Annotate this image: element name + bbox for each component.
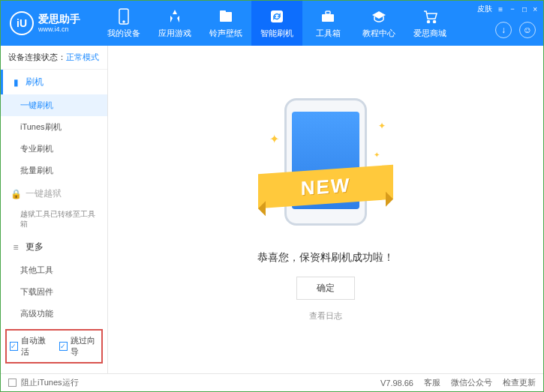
nav-flash[interactable]: 智能刷机 xyxy=(251,1,302,46)
sidebar-group-more[interactable]: ≡ 更多 xyxy=(1,235,107,259)
ok-button[interactable]: 确定 xyxy=(296,277,355,300)
menu-button[interactable]: ≡ xyxy=(498,5,503,13)
sidebar-group-jailbreak: 🔒 一键越狱 xyxy=(1,181,107,206)
svg-point-8 xyxy=(434,20,436,22)
nav-label: 爱思商城 xyxy=(413,28,446,39)
nav-ringtones[interactable]: 铃声壁纸 xyxy=(200,1,251,46)
toolbox-icon xyxy=(320,8,336,25)
sidebar-item-download-fw[interactable]: 下载固件 xyxy=(1,281,107,303)
connection-status: 设备连接状态：正常模式 xyxy=(1,46,107,70)
header-aux-icons: ↓ ☺ xyxy=(495,22,536,38)
maximize-button[interactable]: □ xyxy=(522,5,527,13)
svg-point-1 xyxy=(123,21,125,22)
nav-label: 智能刷机 xyxy=(260,28,293,39)
sidebar-item-batch-flash[interactable]: 批量刷机 xyxy=(1,160,107,181)
sidebar-item-itunes-flash[interactable]: iTunes刷机 xyxy=(1,116,107,138)
check-icon: ✓ xyxy=(10,342,18,351)
new-banner: NEW xyxy=(258,164,393,208)
jailbreak-note: 越狱工具已转移至工具箱 xyxy=(1,206,107,235)
sidebar: 设备连接状态：正常模式 ▮ 刷机 一键刷机 iTunes刷机 专业刷机 批量刷机… xyxy=(1,46,108,373)
sidebar-group-flash[interactable]: ▮ 刷机 xyxy=(1,70,107,94)
sidebar-item-oneclick-flash[interactable]: 一键刷机 xyxy=(1,94,107,116)
sparkle-icon: ✦ xyxy=(374,151,380,159)
window-controls: 皮肤 ≡ － □ × xyxy=(477,4,537,14)
refresh-icon xyxy=(269,8,285,25)
checkbox-skip-guide[interactable]: ✓跳过向导 xyxy=(59,335,98,358)
sparkle-icon: ✦ xyxy=(378,121,386,131)
nav-label: 我的设备 xyxy=(107,28,140,39)
app-site: www.i4.cn xyxy=(38,25,80,33)
apps-icon xyxy=(167,8,183,25)
cart-icon xyxy=(422,8,438,25)
device-info[interactable]: ▮iPhone 12 mini 64GB Down-12mini-13,1 xyxy=(1,368,107,373)
nav-label: 教程中心 xyxy=(362,28,395,39)
wechat-link[interactable]: 微信公众号 xyxy=(451,377,492,388)
view-log-link[interactable]: 查看日志 xyxy=(309,310,342,322)
nav-label: 应用游戏 xyxy=(158,28,191,39)
phone-icon: ▮ xyxy=(11,77,21,88)
nav-label: 工具箱 xyxy=(316,28,341,39)
nav-tutorials[interactable]: 教程中心 xyxy=(353,1,404,46)
skin-button[interactable]: 皮肤 xyxy=(477,4,492,14)
nav-my-device[interactable]: 我的设备 xyxy=(98,1,149,46)
svg-rect-4 xyxy=(271,10,283,22)
logo-icon: iU xyxy=(10,11,34,35)
checkbox-icon xyxy=(8,379,17,387)
nav-toolbox[interactable]: 工具箱 xyxy=(302,1,353,46)
close-button[interactable]: × xyxy=(533,5,537,13)
nav-label: 铃声壁纸 xyxy=(209,28,242,39)
sidebar-item-advanced[interactable]: 高级功能 xyxy=(1,303,107,325)
graduation-icon xyxy=(371,8,387,25)
support-link[interactable]: 客服 xyxy=(424,377,440,388)
lock-icon: 🔒 xyxy=(11,189,21,199)
version-label: V7.98.66 xyxy=(380,379,413,388)
svg-rect-6 xyxy=(326,11,330,14)
list-icon: ≡ xyxy=(11,242,21,253)
checkbox-auto-activate[interactable]: ✓自动激活 xyxy=(10,335,49,358)
logo-area: iU 爱思助手 www.i4.cn xyxy=(1,11,98,35)
app-header: iU 爱思助手 www.i4.cn 我的设备 应用游戏 铃声壁纸 智能刷机 工具… xyxy=(1,1,543,46)
app-name: 爱思助手 xyxy=(38,13,80,25)
check-icon: ✓ xyxy=(59,342,68,351)
minimize-button[interactable]: － xyxy=(509,4,516,14)
checkbox-block-itunes[interactable]: 阻止iTunes运行 xyxy=(8,377,79,388)
status-bar: 阻止iTunes运行 V7.98.66 客服 微信公众号 检查更新 xyxy=(1,373,543,391)
sidebar-item-other-tools[interactable]: 其他工具 xyxy=(1,259,107,281)
svg-rect-5 xyxy=(322,14,334,22)
svg-point-7 xyxy=(428,20,430,22)
phone-icon xyxy=(116,8,132,25)
user-icon[interactable]: ☺ xyxy=(519,22,536,38)
main-content: ✦ ✦ ✦ NEW 恭喜您，保资料刷机成功啦！ 确定 查看日志 xyxy=(108,46,543,373)
nav-store[interactable]: 爱思商城 xyxy=(404,1,455,46)
download-icon[interactable]: ↓ xyxy=(495,22,512,38)
folder-icon xyxy=(218,8,234,25)
sidebar-item-pro-flash[interactable]: 专业刷机 xyxy=(1,138,107,160)
connection-mode: 正常模式 xyxy=(66,52,99,61)
check-update-link[interactable]: 检查更新 xyxy=(503,377,536,388)
top-nav: 我的设备 应用游戏 铃声壁纸 智能刷机 工具箱 教程中心 爱思商城 xyxy=(98,1,543,46)
success-message: 恭喜您，保资料刷机成功啦！ xyxy=(257,251,394,265)
sparkle-icon: ✦ xyxy=(269,132,279,146)
checkbox-highlight-box: ✓自动激活 ✓跳过向导 xyxy=(5,329,103,364)
svg-rect-2 xyxy=(220,12,232,22)
nav-apps[interactable]: 应用游戏 xyxy=(149,1,200,46)
svg-rect-3 xyxy=(220,10,226,13)
success-illustration: ✦ ✦ ✦ NEW xyxy=(266,98,386,241)
